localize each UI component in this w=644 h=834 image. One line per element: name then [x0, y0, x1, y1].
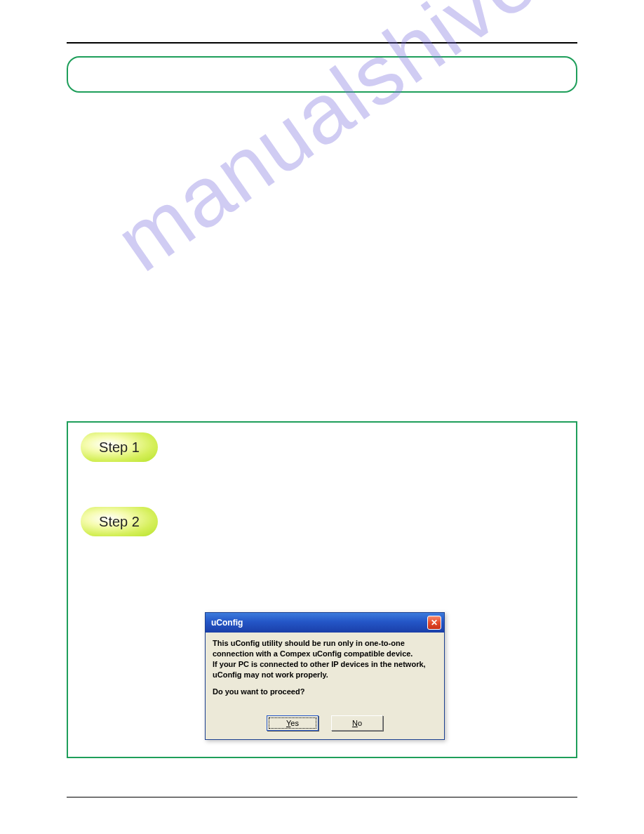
step-1-label: Step 1	[99, 439, 140, 456]
dialog-line-2: connection with a Compex uConfig compati…	[213, 649, 437, 659]
yes-button[interactable]: Yes	[267, 715, 318, 731]
no-suffix: o	[358, 719, 362, 727]
close-icon: ✕	[431, 618, 438, 627]
no-mnemonic: N	[352, 719, 358, 727]
step-1-badge: Step 1	[81, 432, 158, 462]
close-button[interactable]: ✕	[427, 616, 441, 630]
bottom-rule	[67, 797, 577, 797]
yes-suffix: es	[290, 719, 299, 727]
dialog-line-4: uConfig may not work properly.	[213, 670, 437, 680]
no-button[interactable]: No	[331, 715, 383, 731]
top-rule	[67, 42, 577, 44]
step-2-label: Step 2	[99, 514, 140, 530]
dialog-prompt: Do you want to proceed?	[213, 687, 437, 697]
step-2-badge: Step 2	[81, 507, 158, 536]
dialog-body: This uConfig utility should be run only …	[206, 633, 444, 703]
dialog-line-1: This uConfig utility should be run only …	[213, 638, 437, 649]
dialog-line-3: If your PC is connected to other IP devi…	[213, 659, 437, 670]
dialog-titlebar: uConfig ✕	[206, 613, 444, 633]
steps-container: Step 1 Step 2 uConfig ✕ This uConfig uti…	[67, 421, 577, 758]
dialog-button-row: Yes No	[206, 715, 444, 731]
dialog-title: uConfig	[211, 618, 243, 628]
title-box	[67, 56, 577, 93]
uconfig-dialog: uConfig ✕ This uConfig utility should be…	[205, 612, 445, 740]
